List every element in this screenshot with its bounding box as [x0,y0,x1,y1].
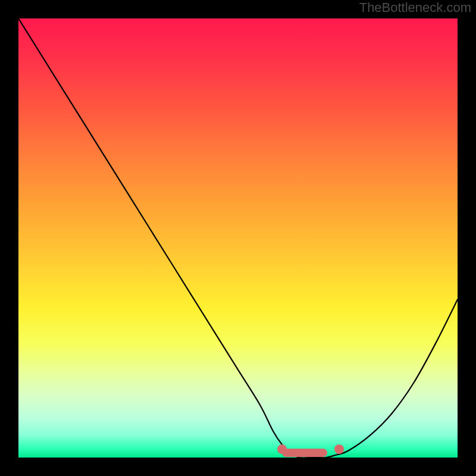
optimal-range-start-dot [277,444,287,454]
optimal-range-bar [282,449,327,457]
attribution-text: TheBottleneck.com [359,0,471,15]
optimal-range-end-dot [334,444,344,454]
chart-plot-area [18,18,458,458]
chart-curve [18,18,458,458]
